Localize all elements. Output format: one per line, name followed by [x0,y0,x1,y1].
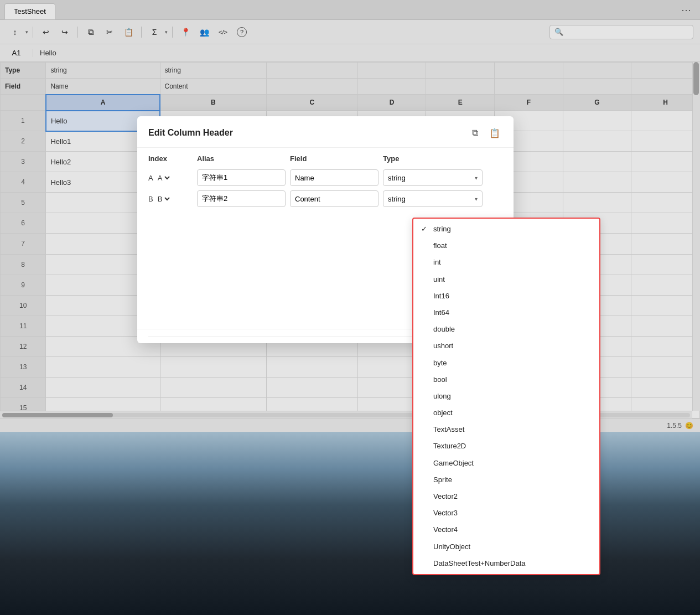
dialog-table: Index Alias Field Type A AB string ▾ B [137,148,514,218]
alias-input-b[interactable] [197,190,286,207]
dropdown-item-uint[interactable]: uint [413,271,599,288]
dropdown-item-object[interactable]: object [413,405,599,421]
dialog-row-a: A AB string ▾ [148,169,502,186]
dropdown-item-datasheettestnumberdata[interactable]: DataSheetTest+NumberData [413,555,599,572]
dialog-copy-icon: ⧉ [472,128,478,138]
dialog-paste-icon: 📋 [489,128,500,138]
dropdown-item-byte[interactable]: byte [413,355,599,371]
type-select-b[interactable]: string ▾ [383,190,483,207]
dropdown-item-string[interactable]: string [413,221,599,237]
dropdown-item-ushort[interactable]: ushort [413,338,599,354]
index-cell-b: B AB [148,194,193,204]
dialog-paste-button[interactable]: 📋 [487,125,502,141]
dropdown-item-sprite[interactable]: Sprite [413,472,599,488]
type-value-a: string [388,174,475,182]
dialog-title: Edit Column Header [148,128,233,138]
field-input-a[interactable] [290,169,378,186]
index-cell-a: A AB [148,173,193,183]
type-dropdown-menu[interactable]: string float int uint Int16 Int64 double… [412,218,600,575]
dialog-header-icons: ⧉ 📋 [467,125,502,141]
index-label-b: B [148,195,153,203]
dropdown-item-vector4[interactable]: Vector4 [413,521,599,538]
index-dropdown-b[interactable]: AB [155,194,172,204]
col-header-type: Type [383,154,483,163]
col-header-alias: Alias [197,154,286,163]
type-dropdown-arrow-b: ▾ [475,196,478,202]
col-header-field: Field [290,154,378,163]
dialog-col-headers: Index Alias Field Type [148,154,502,165]
dropdown-item-float[interactable]: float [413,237,599,254]
dialog-header: Edit Column Header ⧉ 📋 [137,116,514,148]
dropdown-item-textasset[interactable]: TextAsset [413,421,599,438]
dialog-copy-button[interactable]: ⧉ [467,125,483,141]
col-header-index: Index [148,154,193,163]
type-select-a[interactable]: string ▾ [383,169,483,186]
index-label-a: A [148,174,153,182]
dropdown-item-vector2[interactable]: Vector2 [413,488,599,505]
dropdown-item-int[interactable]: int [413,254,599,271]
dialog-row-b: B AB string ▾ [148,190,502,207]
type-dropdown-arrow-a: ▾ [475,175,478,181]
dropdown-item-double[interactable]: double [413,321,599,338]
dropdown-item-unityobject[interactable]: UnityObject [413,539,599,555]
dropdown-item-ulong[interactable]: ulong [413,388,599,405]
dropdown-item-texture2d[interactable]: Texture2D [413,438,599,454]
index-dropdown-a[interactable]: AB [155,173,172,183]
dropdown-item-vector3[interactable]: Vector3 [413,505,599,521]
dropdown-item-gameobject[interactable]: GameObject [413,455,599,472]
dropdown-item-bool[interactable]: bool [413,371,599,388]
alias-input-a[interactable] [197,169,286,186]
dropdown-item-int16[interactable]: Int16 [413,288,599,304]
field-input-b[interactable] [290,190,378,207]
dropdown-item-int64[interactable]: Int64 [413,304,599,321]
type-value-b: string [388,195,475,203]
